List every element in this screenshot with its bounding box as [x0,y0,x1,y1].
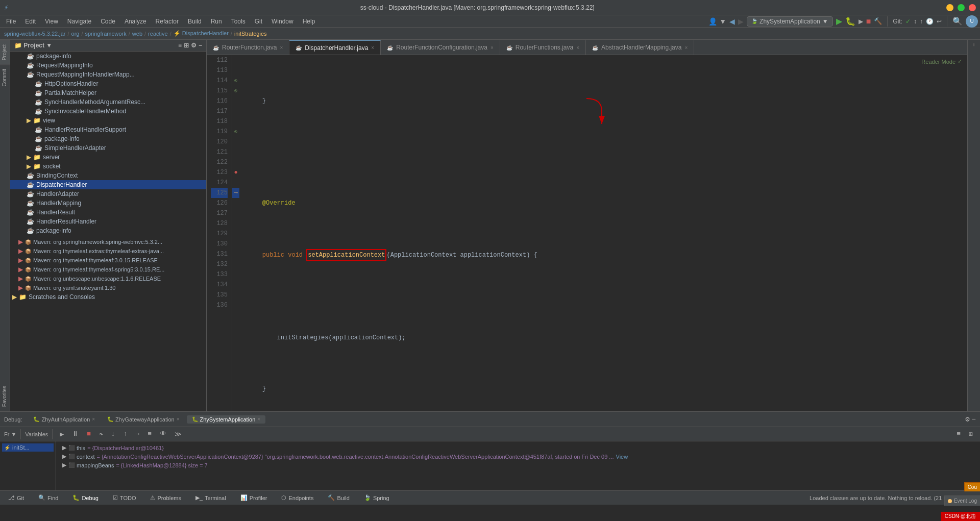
menu-run[interactable]: Run [207,17,226,26]
debug-tab-close-2[interactable]: × [177,416,180,422]
tab-close-4[interactable]: × [576,45,579,51]
tab-close-3[interactable]: × [491,45,494,51]
todo-btn[interactable]: ☑ TODO [109,493,140,502]
debug-runtohere-btn[interactable]: → [132,429,142,439]
hide-panel-btn[interactable]: − [199,42,202,49]
debug-toolbar-variables[interactable]: Variables [25,431,48,437]
maximize-button[interactable] [958,4,965,11]
settings-btn[interactable]: ⚙ [191,42,197,49]
breakpoint-123[interactable]: ● [234,169,237,176]
spring-btn[interactable]: 🍃 Spring [360,493,394,502]
debug-pause-btn[interactable]: ⏸ [69,429,82,439]
debug-tab-close-3[interactable]: × [257,416,260,422]
tree-item-partialmatchhelper[interactable]: ☕ PartialMatchHelper [10,88,206,97]
event-log-button[interactable]: Event Log [944,495,980,506]
tree-item-package-info-2[interactable]: ☕ package-info [10,134,206,143]
favorites-tab-vertical[interactable]: Favorites [0,382,10,411]
scroll-to-source-btn[interactable]: ⊞ [184,42,189,49]
tree-item-maven-thymeleaf-spring5[interactable]: ▶ 📦 Maven: org.thymeleaf:thymeleaf-sprin… [10,265,206,274]
run-button[interactable]: ▶ [836,16,842,26]
build-btn[interactable]: 🔨 Build [324,493,353,502]
build-btn[interactable]: 🔨 [874,17,882,25]
tree-item-view[interactable]: ▶ 📁 view [10,116,206,125]
tab-abstracthandlermapping[interactable]: ☕ AbstractHandlerMapping.java × [586,40,694,55]
tree-item-synchandlermethod[interactable]: ☕ SyncHandlerMethodArgumentResc... [10,97,206,107]
tree-item-handlerresulthandlersupport[interactable]: ☕ HandlerResultHandlerSupport [10,125,206,134]
debug-button[interactable]: 🐛 [845,16,855,26]
tree-item-maven-webmvc[interactable]: ▶ 📦 Maven: org.springframework:spring-we… [10,237,206,246]
tab-dispatcherhandler[interactable]: ☕ DispatcherHandler.java × [289,40,381,55]
collapse-all-btn[interactable]: ≡ [178,42,182,49]
tree-item-server[interactable]: ▶ 📁 server [10,153,206,162]
menu-file[interactable]: File [2,17,20,26]
tree-item-requestmappinginfohandler[interactable]: ☕ RequestMappingInfoHandlerMapp... [10,70,206,79]
debug-settings-btn[interactable]: ⚙ [965,415,969,424]
tab-close-5[interactable]: × [684,45,688,51]
search-everywhere-icon[interactable]: 🔍 [952,16,963,26]
tree-item-package-info-3[interactable]: ☕ package-info [10,226,206,235]
debug-tab-close-1[interactable]: × [92,416,95,422]
tree-item-maven-snakeyaml[interactable]: ▶ 📦 Maven: org.yaml:snakeyaml:1.30 [10,283,206,292]
debug-tab-zhyauth[interactable]: 🐛 ZhyAuthApplication × [28,415,100,424]
tab-close-2[interactable]: × [371,45,374,51]
debug-tab-zhysystem[interactable]: 🐛 ZhySystemApplication × [187,415,266,424]
git-sync-icon[interactable]: ↕ [914,18,917,25]
debug-stepover-btn[interactable]: ↷ [96,429,106,439]
git-btn[interactable]: ⎇ Git [4,493,28,502]
menu-git[interactable]: Git [251,17,266,26]
menu-navigate[interactable]: Navigate [63,17,95,26]
endpoints-btn[interactable]: ⬡ Endpoints [277,493,317,502]
terminal-btn[interactable]: ▶_ Terminal [191,493,230,502]
profiler-btn[interactable]: 📊 Profiler [236,493,272,502]
git-push-icon[interactable]: ↑ [920,18,923,25]
menu-refactor[interactable]: Refactor [152,17,183,26]
tab-close-1[interactable]: × [280,45,283,51]
project-tab-vertical[interactable]: Project [0,40,10,64]
tree-item-syncinvocable[interactable]: ☕ SyncInvocableHandlerMethod [10,107,206,116]
cou-badge[interactable]: Cou [964,482,980,491]
tab-routerfunction[interactable]: ☕ RouterFunction.java × [207,40,289,55]
find-btn[interactable]: 🔍 Find [34,493,62,502]
debug-evaluate-btn[interactable]: ≡ [144,429,155,439]
close-button[interactable] [969,4,976,11]
tree-item-package-info-1[interactable]: ☕ package-info [10,52,206,61]
tree-item-handlerresult[interactable]: ☕ HandlerResult [10,208,206,217]
tree-item-maven-thymeleaf[interactable]: ▶ 📦 Maven: org.thymeleaf:thymeleaf:3.0.1… [10,256,206,265]
debug-tab-zhygateway[interactable]: 🐛 ZhyGatewayApplication × [102,415,184,424]
breadcrumb-dispatcherhandler[interactable]: ⚡ DispatcherHandler [174,30,229,37]
var-view-btn[interactable]: View [616,454,628,460]
csdn-badge[interactable]: CSDN·@北击 [941,512,980,521]
git-history-icon[interactable]: 🕐 [926,18,934,25]
debug-frame-initst[interactable]: ⚡ initSt... [2,443,54,452]
tree-item-httpoptionshandler[interactable]: ☕ HttpOptionsHandler [10,79,206,88]
debug-options-btn[interactable]: ≡ [953,429,964,439]
tree-item-handlermapping[interactable]: ☕ HandlerMapping [10,199,206,208]
breadcrumb-org[interactable]: org [71,31,80,37]
tree-item-maven-thymeleaf-extras[interactable]: ▶ 📦 Maven: org.thymeleaf.extras:thymelea… [10,246,206,256]
stop-button[interactable]: ■ [866,17,871,26]
menu-edit[interactable]: Edit [21,17,40,26]
menu-view[interactable]: View [41,17,62,26]
debug-var-mappingbeans[interactable]: ▶ ⬛ mappingBeans = {LinkedHashMap@12884}… [60,461,976,469]
debug-stop-btn[interactable]: ■ [84,429,94,439]
breadcrumb-reactive[interactable]: reactive [148,31,168,37]
code-content[interactable]: } @Override public void setApplicationC [243,55,967,411]
menu-help[interactable]: Help [299,17,320,26]
debug-stepinto-btn[interactable]: ↓ [108,429,118,439]
debug-var-context[interactable]: ▶ ⬛ context = {AnnotationConfigReactiveW… [60,452,976,461]
menu-code[interactable]: Code [96,17,119,26]
tree-item-simplehandleradapter[interactable]: ☕ SimpleHandlerAdapter [10,143,206,153]
tree-item-handleradapter[interactable]: ☕ HandlerAdapter [10,189,206,199]
menu-analyze[interactable]: Analyze [120,17,151,26]
debug-bottom-btn[interactable]: 🐛 Debug [68,493,102,502]
debug-stepout-btn[interactable]: ↑ [120,429,131,439]
minimize-button[interactable] [946,4,953,11]
account-icon[interactable]: 👤 ▼ [708,17,726,26]
commit-tab-vertical[interactable]: Commit [0,64,10,90]
tree-item-scratches[interactable]: ▶ 📁 Scratches and Consoles [10,292,206,302]
menu-window[interactable]: Window [267,17,298,26]
debug-var-this[interactable]: ▶ ⬛ this = {DispatcherHandler@10461} [60,443,976,452]
tree-item-maven-unbescape[interactable]: ▶ 📦 Maven: org.unbescape:unbescape:1.1.6… [10,274,206,283]
debug-close-btn[interactable]: − [972,415,976,424]
user-avatar[interactable]: U [966,15,978,28]
